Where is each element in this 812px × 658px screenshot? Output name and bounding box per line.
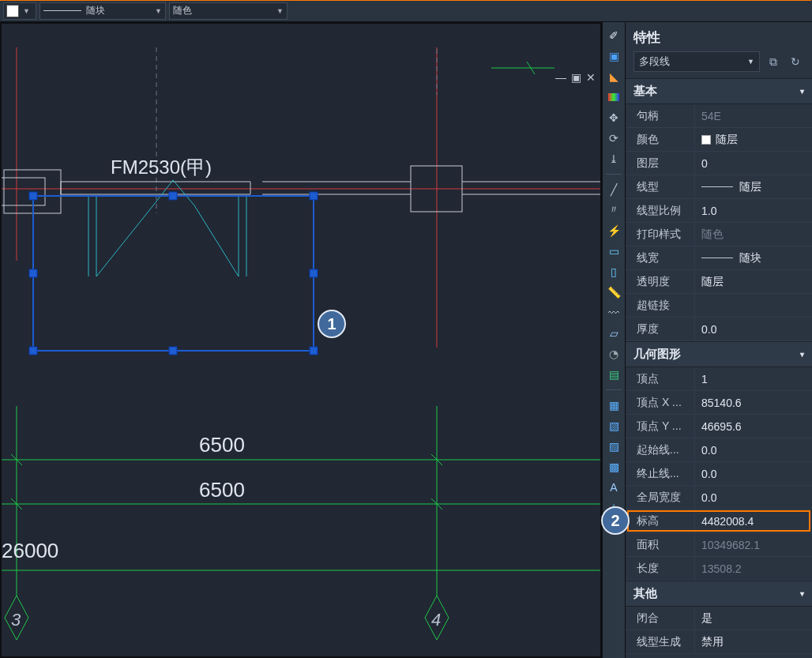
svg-text:6500: 6500 bbox=[199, 478, 245, 502]
annotation-bubble-1: 1 bbox=[318, 310, 346, 338]
prop-vy-label: 顶点 Y ... bbox=[626, 415, 695, 438]
prop-linetype-value[interactable]: 随层 bbox=[695, 175, 812, 198]
export-icon[interactable]: ⤓ bbox=[605, 150, 622, 167]
prop-globalw-label: 全局宽度 bbox=[626, 486, 695, 509]
prop-plotstyle-label: 打印样式 bbox=[626, 223, 695, 246]
minimize-icon[interactable]: — bbox=[555, 71, 566, 84]
layer4-icon[interactable]: ▩ bbox=[605, 458, 622, 476]
prop-closed-value[interactable]: 是 bbox=[695, 607, 812, 630]
palette-icon[interactable] bbox=[605, 88, 622, 106]
dropdown-1[interactable]: ▼ bbox=[3, 2, 36, 20]
measure-icon[interactable]: 📏 bbox=[605, 284, 622, 301]
eraser-icon[interactable]: ✐ bbox=[605, 27, 622, 44]
prop-startw-label: 起始线... bbox=[626, 438, 695, 461]
prop-thickness-label: 厚度 bbox=[626, 318, 695, 340]
prop-elev-value[interactable]: 4482008.4 bbox=[695, 509, 812, 532]
svg-rect-32 bbox=[29, 269, 37, 277]
erase2-icon[interactable]: 〃 bbox=[605, 201, 622, 219]
svg-rect-30 bbox=[169, 347, 177, 355]
prop-handle-value: 54E bbox=[695, 104, 812, 127]
drawing-canvas[interactable]: FM2530(甲) 6500 6500 26000 3 4 — ▣ ✕ 1 bbox=[0, 22, 602, 658]
rect2-icon[interactable]: ▯ bbox=[605, 263, 622, 280]
prop-endw-label: 终止线... bbox=[626, 462, 695, 485]
prop-length-label: 长度 bbox=[626, 557, 695, 580]
prop-transparency-label: 透明度 bbox=[626, 270, 695, 293]
linetype-label: 随块 bbox=[86, 4, 105, 17]
prop-globalw-value[interactable]: 0.0 bbox=[695, 486, 812, 509]
properties-panel: 特性 多段线 ▼ ⧉ ↻ 基本 ▾ 句柄54E 颜色随层 图层0 线型随层 线型… bbox=[626, 22, 812, 658]
layer3-icon[interactable]: ▨ bbox=[605, 438, 622, 455]
svg-rect-25 bbox=[29, 192, 37, 200]
prop-linetype-label: 线型 bbox=[626, 175, 695, 198]
prop-thickness-value[interactable]: 0.0 bbox=[695, 318, 812, 340]
section-other[interactable]: 其他 ▾ bbox=[626, 581, 812, 607]
color-dropdown[interactable]: 随色 ▼ bbox=[169, 2, 288, 20]
props-icon[interactable]: ▤ bbox=[605, 366, 622, 383]
prop-vx-label: 顶点 X ... bbox=[626, 391, 695, 414]
svg-rect-26 bbox=[169, 192, 177, 200]
line-icon[interactable]: ╱ bbox=[605, 181, 622, 198]
section-basic[interactable]: 基本 ▾ bbox=[626, 78, 812, 104]
svg-rect-29 bbox=[310, 347, 318, 355]
svg-text:3: 3 bbox=[11, 610, 21, 630]
rotate-icon[interactable]: ⟳ bbox=[605, 130, 622, 147]
prop-vx-value[interactable]: 85140.6 bbox=[695, 391, 812, 414]
bolt-icon[interactable]: ⚡ bbox=[605, 222, 622, 239]
prop-lineweight-value[interactable]: 随块 bbox=[695, 246, 812, 269]
pick-object-icon[interactable]: ↻ bbox=[787, 53, 804, 70]
svg-line-21 bbox=[194, 205, 239, 276]
rect-icon[interactable]: ▭ bbox=[605, 243, 622, 260]
prop-ltscale-value[interactable]: 1.0 bbox=[695, 199, 812, 222]
quick-select-icon[interactable]: ⧉ bbox=[765, 53, 782, 70]
drawing-svg: FM2530(甲) 6500 6500 26000 3 4 bbox=[2, 24, 602, 656]
area-icon[interactable]: ▱ bbox=[605, 325, 622, 342]
layer2-icon[interactable]: ▧ bbox=[605, 417, 622, 434]
prop-endw-value[interactable]: 0.0 bbox=[695, 462, 812, 485]
prop-plotstyle-value: 随色 bbox=[695, 223, 812, 246]
prop-vy-value[interactable]: 46695.6 bbox=[695, 415, 812, 438]
svg-line-18 bbox=[96, 205, 153, 276]
svg-rect-27 bbox=[310, 192, 318, 200]
maximize-icon[interactable]: ▣ bbox=[571, 71, 581, 84]
prop-transparency-value[interactable]: 随层 bbox=[695, 270, 812, 293]
top-toolbar: ▼ 随块 ▼ 随色 ▼ bbox=[0, 0, 812, 22]
select-icon[interactable]: ▣ bbox=[605, 47, 622, 65]
door-label: FM2530(甲) bbox=[111, 156, 212, 178]
prop-handle-label: 句柄 bbox=[626, 104, 695, 127]
mirror-icon[interactable]: ◣ bbox=[605, 68, 622, 85]
text-icon[interactable]: A bbox=[605, 479, 622, 496]
prop-hyperlink-value[interactable] bbox=[695, 294, 812, 317]
prop-startw-value[interactable]: 0.0 bbox=[695, 438, 812, 461]
prop-ltgen-value[interactable]: 禁用 bbox=[695, 630, 812, 653]
svg-text:4: 4 bbox=[431, 610, 441, 630]
annotation-bubble-2: 2 bbox=[601, 506, 630, 535]
layer1-icon[interactable]: ▦ bbox=[605, 397, 622, 414]
move-icon[interactable]: ✥ bbox=[605, 109, 622, 126]
prop-lineweight-label: 线宽 bbox=[626, 246, 695, 269]
point-icon[interactable]: ◔ bbox=[605, 345, 622, 363]
svg-rect-5 bbox=[2, 178, 45, 205]
prop-layer-value[interactable]: 0 bbox=[695, 152, 812, 175]
color-label: 随色 bbox=[173, 4, 192, 17]
close-icon[interactable]: ✕ bbox=[586, 71, 596, 84]
prop-hyperlink-label: 超链接 bbox=[626, 294, 695, 317]
prop-length-value: 13508.2 bbox=[695, 557, 812, 580]
svg-rect-31 bbox=[29, 347, 37, 355]
prop-vertex-label: 顶点 bbox=[626, 367, 695, 390]
prop-ltscale-label: 线型比例 bbox=[626, 199, 695, 222]
prop-vertex-value[interactable]: 1 bbox=[695, 367, 812, 390]
panel-title: 特性 bbox=[633, 28, 660, 47]
linetype-dropdown[interactable]: 随块 ▼ bbox=[39, 2, 166, 20]
prop-color-value[interactable]: 随层 bbox=[695, 128, 812, 151]
curve-icon[interactable]: 〰 bbox=[605, 304, 622, 321]
prop-elev-label: 标高 bbox=[626, 509, 695, 532]
svg-rect-28 bbox=[310, 269, 318, 277]
prop-area-value: 10349682.1 bbox=[695, 533, 812, 556]
section-geometry[interactable]: 几何图形 ▾ bbox=[626, 341, 812, 367]
object-type-select[interactable]: 多段线 ▼ bbox=[633, 51, 760, 72]
prop-color-label: 颜色 bbox=[626, 128, 695, 151]
svg-text:6500: 6500 bbox=[199, 433, 245, 457]
prop-ltgen-label: 线型生成 bbox=[626, 630, 695, 653]
prop-area-label: 面积 bbox=[626, 533, 695, 556]
prop-layer-label: 图层 bbox=[626, 152, 695, 175]
